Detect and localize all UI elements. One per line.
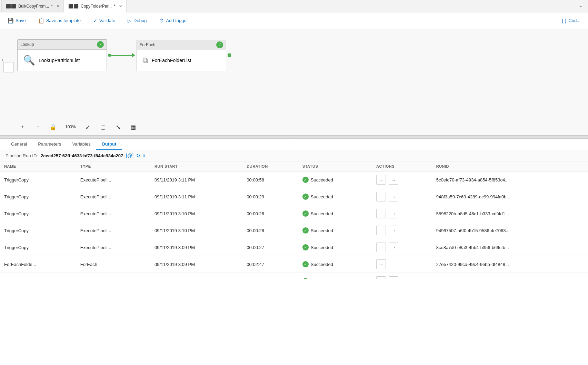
cell-run-start: 09/11/2019 3:09 PM bbox=[150, 239, 242, 256]
save-template-button[interactable]: 📋 Save as template bbox=[36, 17, 83, 25]
add-trigger-icon: ⏱ bbox=[159, 18, 164, 23]
add-tool-btn[interactable]: + bbox=[17, 121, 28, 132]
arrange-btn[interactable]: ⤡ bbox=[113, 121, 124, 132]
succeeded-icon: ✓ bbox=[302, 210, 309, 217]
cell-name: TriggerCopy bbox=[0, 188, 76, 205]
remove-tool-btn[interactable]: − bbox=[32, 121, 43, 132]
code-button[interactable]: { } Cod... bbox=[560, 17, 582, 25]
tab-bar: ⬛⬛ BulkCopyFrom... * ✕ ⬛⬛ CopyFolderPar.… bbox=[0, 0, 588, 12]
succeeded-icon: ✓ bbox=[302, 244, 309, 250]
debug-button[interactable]: ▷ Debug bbox=[126, 17, 149, 25]
tab-bulkcopy-close[interactable]: ✕ bbox=[56, 4, 59, 8]
status-label: Succeeded bbox=[311, 262, 333, 267]
cell-run-start: 09/11/2019 3:09 PM bbox=[150, 273, 242, 279]
cell-type: ExecutePipeli... bbox=[76, 171, 150, 188]
cell-status: ✓ Succeeded bbox=[298, 256, 372, 273]
grid-btn[interactable]: ▦ bbox=[128, 121, 139, 132]
cell-name: TriggerCopy bbox=[0, 239, 76, 256]
foreach-success-icon: ✓ bbox=[216, 41, 223, 48]
cell-duration: 00:00:26 bbox=[242, 222, 298, 239]
action-btn-1[interactable]: → bbox=[376, 192, 386, 201]
table-row: TriggerCopy ExecutePipeli... 09/11/2019 … bbox=[0, 239, 588, 256]
cell-runid: 77efbf90-a36c-49fc-a19a-599e4e9... bbox=[432, 273, 588, 279]
action-btn-2[interactable]: → bbox=[389, 226, 398, 235]
cell-type: ForEach bbox=[76, 256, 150, 273]
col-type: TYPE bbox=[76, 161, 150, 171]
tab-copyfolder-label: CopyFolderPar... bbox=[81, 4, 112, 9]
table-header: NAME TYPE RUN START DURATION STATUS ACTI… bbox=[0, 161, 588, 171]
cell-run-start: 09/11/2019 3:11 PM bbox=[150, 188, 242, 205]
action-btn-2[interactable]: → bbox=[389, 192, 398, 201]
cell-actions: → → bbox=[372, 222, 432, 239]
foreach-node[interactable]: ForEach ✓ ⧉ ForEachFolderList bbox=[137, 40, 226, 71]
panel-divider[interactable]: — bbox=[0, 136, 588, 139]
toolbar: 💾 Save 📋 Save as template ✓ Validate ▷ D… bbox=[0, 12, 588, 29]
tab-parameters[interactable]: Parameters bbox=[32, 139, 67, 150]
action-btn-2[interactable]: → bbox=[389, 175, 398, 185]
cell-status: ✓ Succeeded bbox=[298, 239, 372, 256]
table-body: TriggerCopy ExecutePipeli... 09/11/2019 … bbox=[0, 171, 588, 279]
zoom-fit-btn[interactable]: ⤢ bbox=[82, 121, 93, 132]
select-area-btn[interactable]: ⬚ bbox=[98, 121, 109, 132]
cell-name: LookupPartiti... bbox=[0, 273, 76, 279]
tab-copyfolder-close[interactable]: ✕ bbox=[119, 4, 122, 9]
status-label: Succeeded bbox=[311, 245, 333, 250]
tab-copyfolder[interactable]: ⬛⬛ CopyFolderPar... * ✕ bbox=[64, 0, 127, 12]
lookup-success-icon: ✓ bbox=[97, 41, 104, 48]
action-btn-1[interactable]: → bbox=[376, 243, 386, 252]
status-label: Succeeded bbox=[311, 228, 333, 233]
cell-name: TriggerCopy bbox=[0, 171, 76, 188]
cell-duration: 00:00:27 bbox=[242, 239, 298, 256]
cell-type: ExecutePipeli... bbox=[76, 205, 150, 222]
succeeded-icon: ✓ bbox=[302, 177, 309, 183]
table-row: TriggerCopy ExecutePipeli... 09/11/2019 … bbox=[0, 222, 588, 239]
action-btn-2[interactable]: → bbox=[389, 276, 398, 279]
status-label: Succeeded bbox=[311, 211, 333, 216]
lock-tool-btn[interactable]: 🔒 bbox=[48, 121, 59, 132]
refresh-run-btn[interactable]: ↻ bbox=[136, 153, 140, 158]
table-row: TriggerCopy ExecutePipeli... 09/11/2019 … bbox=[0, 188, 588, 205]
action-btn-1[interactable]: → bbox=[376, 259, 386, 269]
tab-bulkcopy[interactable]: ⬛⬛ BulkCopyFrom... * ✕ bbox=[1, 0, 64, 12]
table-row: TriggerCopy ExecutePipeli... 09/11/2019 … bbox=[0, 171, 588, 188]
action-btn-2[interactable]: → bbox=[389, 209, 398, 218]
foreach-node-header: ForEach ✓ bbox=[137, 40, 226, 50]
table-row: LookupPartiti... Lookup 09/11/2019 3:09 … bbox=[0, 273, 588, 279]
action-btn-1[interactable]: → bbox=[376, 276, 386, 279]
action-btn-2[interactable]: → bbox=[389, 243, 398, 252]
tab-bulkcopy-label: BulkCopyFrom... bbox=[18, 4, 49, 9]
zoom-100-btn[interactable]: 100% bbox=[63, 121, 78, 132]
canvas-toolbar: + − 🔒 100% ⤢ ⬚ ⤡ ▦ bbox=[17, 121, 139, 132]
add-trigger-button[interactable]: ⏱ Add trigger bbox=[157, 17, 190, 25]
info-run-btn[interactable]: ℹ bbox=[143, 153, 145, 158]
pipeline-icon2: ⬛⬛ bbox=[68, 4, 79, 9]
tab-output[interactable]: Output bbox=[96, 139, 122, 150]
action-btn-1[interactable]: → bbox=[376, 209, 386, 218]
action-btn-1[interactable]: → bbox=[376, 175, 386, 185]
cell-run-start: 09/11/2019 3:10 PM bbox=[150, 222, 242, 239]
more-tabs-btn[interactable]: ··· bbox=[578, 3, 588, 9]
cell-actions: → → bbox=[372, 171, 432, 188]
cell-actions: → → bbox=[372, 273, 432, 279]
collapse-panel-btn[interactable]: ‹ bbox=[1, 57, 3, 63]
lookup-node-body: 🔍 LookupPartitionList bbox=[18, 50, 107, 71]
table-row: ForEachFolde... ForEach 09/11/2019 3:09 … bbox=[0, 256, 588, 273]
cell-duration: 00:00:08 bbox=[242, 273, 298, 279]
lookup-node[interactable]: Lookup ✓ 🔍 LookupPartitionList bbox=[17, 39, 107, 71]
table-row: TriggerCopy ExecutePipeli... 09/11/2019 … bbox=[0, 205, 588, 222]
save-template-icon: 📋 bbox=[38, 18, 44, 23]
output-panel: General Parameters Variables Output Pipe… bbox=[0, 139, 588, 365]
cell-status: ✓ Succeeded bbox=[298, 273, 372, 279]
copy-run-id-btn[interactable]: [@] bbox=[126, 153, 133, 158]
cell-runid: 8ce8a7d0-e8a3-4bb4-b356-b69cfb... bbox=[432, 239, 588, 256]
cell-actions: → → bbox=[372, 205, 432, 222]
tab-variables[interactable]: Variables bbox=[67, 139, 96, 150]
action-btn-1[interactable]: → bbox=[376, 226, 386, 235]
tab-modified-dot: * bbox=[51, 4, 53, 9]
activity-runs-table: NAME TYPE RUN START DURATION STATUS ACTI… bbox=[0, 161, 588, 279]
cell-name: TriggerCopy bbox=[0, 205, 76, 222]
save-button[interactable]: 💾 Save bbox=[6, 17, 28, 25]
cell-type: ExecutePipeli... bbox=[76, 188, 150, 205]
tab-general[interactable]: General bbox=[6, 139, 32, 150]
validate-button[interactable]: ✓ Validate bbox=[91, 17, 117, 25]
